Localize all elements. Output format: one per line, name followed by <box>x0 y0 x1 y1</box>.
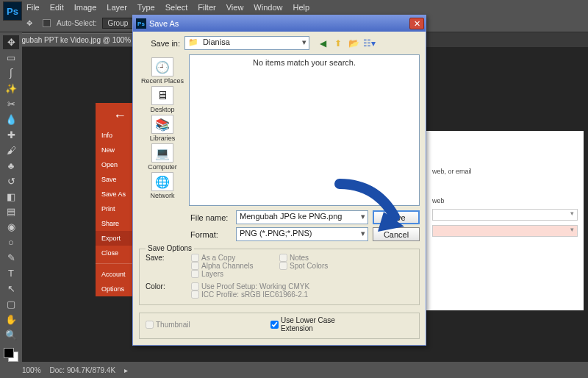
save-as-dialog: Ps Save As ✕ Save in: 📁 Dianisa ◀ ⬆ 📂 ☷▾… <box>132 15 426 346</box>
gradient-tool[interactable]: ▤ <box>3 204 19 218</box>
move-tool[interactable]: ✥ <box>3 35 19 49</box>
menu-help[interactable]: Help <box>293 3 309 12</box>
menu-select[interactable]: Select <box>165 3 188 12</box>
notes-checkbox[interactable]: Notes <box>279 254 368 262</box>
save-options-legend: Save Options <box>146 244 194 252</box>
photoshop-logo: Ps <box>3 1 22 21</box>
place-libraries[interactable]: 📚Libraries <box>139 115 186 142</box>
menu-edit[interactable]: Edit <box>50 3 64 12</box>
place-computer[interactable]: 💻Computer <box>139 143 186 171</box>
thumbnail-group: Thumbnail Use Lower Case Extension <box>139 313 420 339</box>
status-bar: 100% Doc: 904.7K/879.4K ▸ <box>0 362 588 378</box>
save-button[interactable]: Save <box>373 210 420 224</box>
crop-tool[interactable]: ✂ <box>3 97 19 111</box>
spot-checkbox[interactable]: Spot Colors <box>279 262 368 270</box>
dialog-title: Save As <box>149 19 409 28</box>
pen-tool[interactable]: ✎ <box>3 251 19 265</box>
export-field-2[interactable] <box>432 225 578 237</box>
menu-image[interactable]: Image <box>74 3 97 12</box>
marquee-tool[interactable]: ▭ <box>3 51 19 65</box>
type-tool[interactable]: T <box>3 266 19 280</box>
hand-tool[interactable]: ✋ <box>3 313 19 327</box>
eraser-tool[interactable]: ◧ <box>3 190 19 204</box>
lasso-tool[interactable]: ʃ <box>3 66 19 80</box>
blur-tool[interactable]: ◉ <box>3 220 19 234</box>
layers-checkbox[interactable]: Layers <box>191 270 279 278</box>
shape-tool[interactable]: ▢ <box>3 297 19 311</box>
stamp-tool[interactable]: ♣ <box>3 159 19 173</box>
auto-select-label: Auto-Select: <box>57 19 96 27</box>
as-copy-checkbox[interactable]: As a Copy <box>191 254 279 262</box>
proof-checkbox[interactable]: Use Proof Setup: Working CMYK <box>191 282 353 290</box>
cancel-button[interactable]: Cancel <box>373 227 420 241</box>
save-sub-label: Save: <box>146 254 187 262</box>
place-desktop[interactable]: 🖥Desktop <box>139 86 186 113</box>
path-tool[interactable]: ↖ <box>3 282 19 296</box>
status-arrow-icon[interactable]: ▸ <box>124 366 128 374</box>
menu-layer[interactable]: Layer <box>107 3 127 12</box>
format-dropdown[interactable]: PNG (*.PNG;*.PNS) <box>236 227 368 241</box>
new-folder-icon[interactable]: 📂 <box>348 38 359 49</box>
brush-tool[interactable]: 🖌 <box>3 143 19 157</box>
menu-file[interactable]: File <box>26 3 40 12</box>
file-listing[interactable]: No items match your search. <box>189 54 420 206</box>
save-options-group: Save Options Save: As a Copy Notes Alpha… <box>139 249 420 305</box>
format-label: Format: <box>190 230 232 239</box>
menu-bar: File Edit Image Layer Type Select Filter… <box>0 0 588 15</box>
icc-checkbox[interactable]: ICC Profile: sRGB IEC61966-2.1 <box>191 290 353 299</box>
places-bar: 🕘Recent Places 🖥Desktop 📚Libraries 💻Comp… <box>139 54 186 206</box>
wand-tool[interactable]: ✨ <box>3 82 19 96</box>
history-brush-tool[interactable]: ↺ <box>3 174 19 188</box>
place-network[interactable]: 🌐Network <box>139 172 186 199</box>
move-tool-icon: ✥ <box>26 19 37 27</box>
empty-message: No items match your search. <box>253 58 356 205</box>
save-in-dropdown[interactable]: 📁 Dianisa <box>184 36 309 50</box>
file-name-field[interactable]: Mengubah JPG ke PNG.png <box>236 210 368 224</box>
alpha-checkbox[interactable]: Alpha Channels <box>191 262 279 270</box>
folder-icon: 📁 <box>188 38 198 46</box>
menu-window[interactable]: Window <box>254 3 282 12</box>
export-panel: web, or email web <box>426 131 584 310</box>
save-in-label: Save in: <box>139 39 180 48</box>
menu-filter[interactable]: Filter <box>198 3 215 12</box>
lowercase-checkbox[interactable]: Use Lower Case Extension <box>270 316 359 332</box>
menu-view[interactable]: View <box>226 3 244 12</box>
export-field-1[interactable] <box>432 209 578 221</box>
eyedropper-tool[interactable]: 💧 <box>3 113 19 126</box>
zoom-tool[interactable]: 🔍 <box>3 328 19 342</box>
dodge-tool[interactable]: ○ <box>3 235 19 249</box>
export-hint: web, or email <box>432 168 578 175</box>
file-name-label: File name: <box>190 213 232 222</box>
zoom-level[interactable]: 100% <box>22 366 41 374</box>
up-icon[interactable]: ⬆ <box>332 38 344 49</box>
heal-tool[interactable]: ✚ <box>3 128 19 142</box>
tools-panel: ✥ ▭ ʃ ✨ ✂ 💧 ✚ 🖌 ♣ ↺ ◧ ▤ ◉ ○ ✎ T ↖ ▢ ✋ 🔍 <box>0 32 22 362</box>
dialog-titlebar[interactable]: Ps Save As ✕ <box>133 15 426 32</box>
dialog-app-icon: Ps <box>136 18 146 29</box>
color-sub-label: Color: <box>146 282 187 290</box>
view-menu-icon[interactable]: ☷▾ <box>363 38 375 49</box>
close-button[interactable]: ✕ <box>409 18 424 29</box>
export-hint2: web <box>432 197 578 204</box>
place-recent[interactable]: 🕘Recent Places <box>139 57 186 85</box>
back-icon[interactable]: ◀ <box>317 38 329 49</box>
auto-select-checkbox[interactable] <box>43 19 51 27</box>
color-swatch[interactable] <box>4 348 18 362</box>
thumbnail-checkbox[interactable]: Thumbnail <box>146 321 234 329</box>
menu-type[interactable]: Type <box>137 3 155 12</box>
doc-size: Doc: 904.7K/879.4K <box>50 366 116 374</box>
